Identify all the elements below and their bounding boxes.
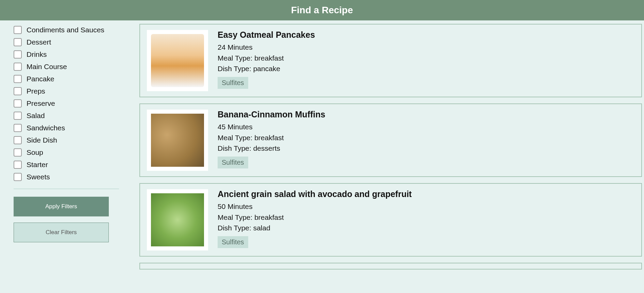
recipe-title: Easy Oatmeal Pancakes xyxy=(218,30,634,40)
checkbox[interactable] xyxy=(14,99,22,108)
divider xyxy=(14,189,119,189)
main-content: Condiments and SaucesDessertDrinksMain C… xyxy=(0,20,644,293)
recipe-image-inner xyxy=(151,34,204,87)
filter-label: Soup xyxy=(27,148,43,157)
filter-item[interactable]: Drinks xyxy=(14,48,129,61)
filter-label: Condiments and Sauces xyxy=(27,26,104,34)
results-panel[interactable]: Easy Oatmeal Pancakes24 MinutesMeal Type… xyxy=(136,20,644,293)
recipe-image xyxy=(147,189,208,250)
recipe-image-inner xyxy=(151,193,204,246)
filter-item[interactable]: Pancake xyxy=(14,73,129,85)
recipe-card[interactable] xyxy=(139,263,642,270)
filter-item[interactable]: Side Dish xyxy=(14,134,129,146)
filter-item[interactable]: Soup xyxy=(14,146,129,159)
filter-label: Dessert xyxy=(27,38,51,46)
filter-item[interactable]: Condiments and Sauces xyxy=(14,24,129,36)
recipe-meal-type: Meal Type: breakfast xyxy=(218,212,634,223)
filter-item[interactable]: Sweets xyxy=(14,171,129,183)
checkbox[interactable] xyxy=(14,50,22,59)
filter-label: Starter xyxy=(27,161,48,169)
filter-label: Drinks xyxy=(27,50,47,59)
recipe-tag: Sulfites xyxy=(218,157,248,168)
recipe-info: Easy Oatmeal Pancakes24 MinutesMeal Type… xyxy=(218,30,634,89)
recipe-image-inner xyxy=(151,114,204,167)
checkbox[interactable] xyxy=(14,38,22,46)
recipe-title: Banana-Cinnamon Muffins xyxy=(218,110,634,119)
filter-label: Main Course xyxy=(27,63,67,71)
recipe-dish-type: Dish Type: desserts xyxy=(218,143,634,154)
filter-label: Preserve xyxy=(27,99,55,108)
filter-item[interactable]: Main Course xyxy=(14,61,129,73)
filter-item[interactable]: Starter xyxy=(14,159,129,171)
checkbox[interactable] xyxy=(14,26,22,34)
clear-filters-button[interactable]: Clear Filters xyxy=(14,223,109,242)
filter-sidebar[interactable]: Condiments and SaucesDessertDrinksMain C… xyxy=(0,20,136,293)
apply-filters-button[interactable]: Apply Filters xyxy=(14,197,109,216)
recipe-meal-type: Meal Type: breakfast xyxy=(218,53,634,64)
filter-label: Sweets xyxy=(27,173,50,181)
checkbox[interactable] xyxy=(14,63,22,71)
checkbox[interactable] xyxy=(14,112,22,120)
filter-label: Preps xyxy=(27,87,45,95)
checkbox[interactable] xyxy=(14,161,22,169)
recipe-dish-type: Dish Type: salad xyxy=(218,223,634,233)
recipe-tag: Sulfites xyxy=(218,236,248,248)
filter-item[interactable]: Preps xyxy=(14,85,129,97)
recipe-info: Ancient grain salad with avocado and gra… xyxy=(218,189,634,248)
recipe-card[interactable]: Easy Oatmeal Pancakes24 MinutesMeal Type… xyxy=(139,24,642,97)
checkbox[interactable] xyxy=(14,173,22,181)
recipe-time: 24 Minutes xyxy=(218,42,634,53)
filter-item[interactable]: Salad xyxy=(14,110,129,122)
page-title: Find a Recipe xyxy=(291,5,353,15)
filter-item[interactable]: Sandwiches xyxy=(14,122,129,134)
checkbox[interactable] xyxy=(14,148,22,157)
recipe-info: Banana-Cinnamon Muffins45 MinutesMeal Ty… xyxy=(218,110,634,168)
recipe-image xyxy=(147,30,208,91)
checkbox[interactable] xyxy=(14,136,22,144)
checkbox[interactable] xyxy=(14,124,22,132)
page-header: Find a Recipe xyxy=(0,0,644,20)
filter-item[interactable]: Preserve xyxy=(14,97,129,110)
filter-label: Pancake xyxy=(27,75,54,83)
recipe-tag: Sulfites xyxy=(218,77,248,89)
recipe-card[interactable]: Ancient grain salad with avocado and gra… xyxy=(139,183,642,257)
recipe-card[interactable]: Banana-Cinnamon Muffins45 MinutesMeal Ty… xyxy=(139,103,642,177)
recipe-time: 45 Minutes xyxy=(218,121,634,132)
recipe-title: Ancient grain salad with avocado and gra… xyxy=(218,189,634,199)
filter-label: Side Dish xyxy=(27,136,57,144)
filter-label: Salad xyxy=(27,112,45,120)
filter-item[interactable]: Dessert xyxy=(14,36,129,48)
checkbox[interactable] xyxy=(14,87,22,95)
recipe-time: 50 Minutes xyxy=(218,201,634,212)
recipe-image xyxy=(147,110,208,171)
recipe-dish-type: Dish Type: pancake xyxy=(218,63,634,74)
filter-label: Sandwiches xyxy=(27,124,65,132)
checkbox[interactable] xyxy=(14,75,22,83)
recipe-meal-type: Meal Type: breakfast xyxy=(218,132,634,143)
